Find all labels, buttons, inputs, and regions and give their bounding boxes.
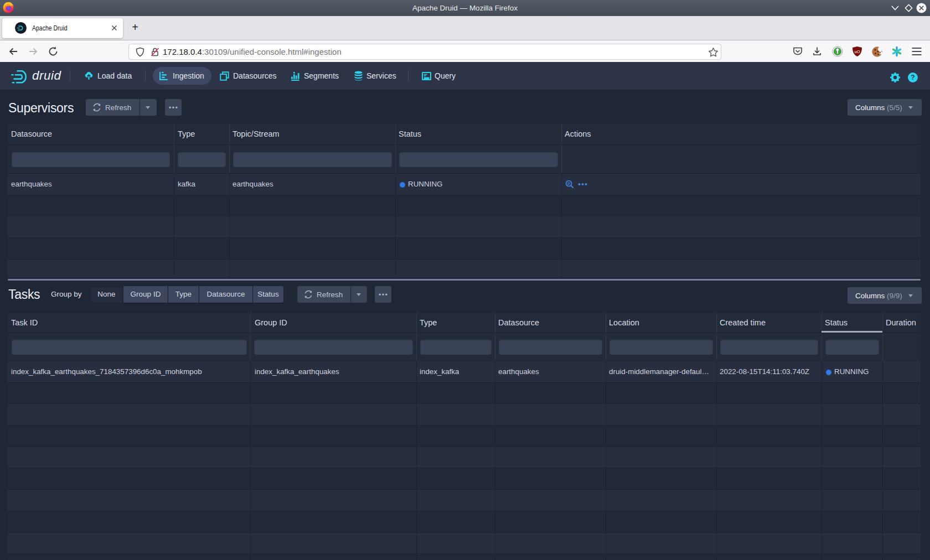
svg-text:?: ? bbox=[911, 74, 914, 81]
svg-text:uO: uO bbox=[854, 49, 860, 54]
